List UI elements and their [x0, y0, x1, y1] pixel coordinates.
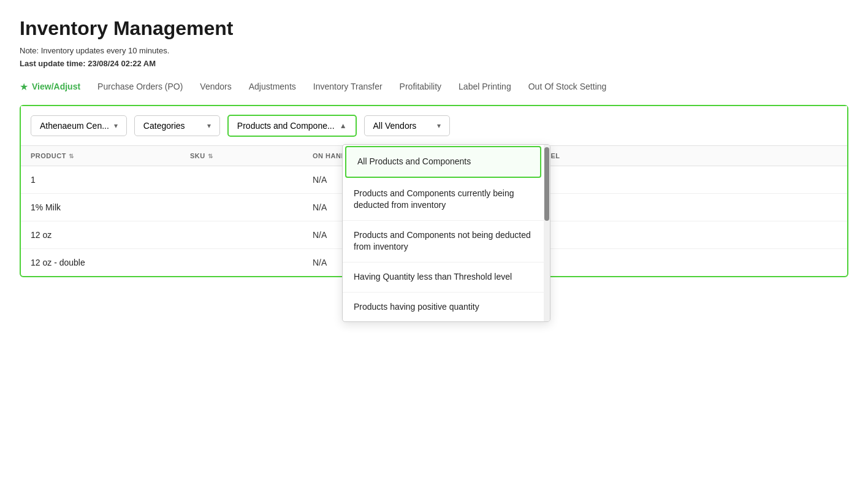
products-dropdown-menu: All Products and Components Products and…: [342, 144, 550, 322]
categories-label: Categories: [143, 121, 185, 131]
col-sku: SKU ⇅: [190, 152, 313, 159]
location-label: Athenaeum Cen...: [40, 121, 109, 131]
scrollbar-thumb: [544, 147, 549, 221]
nav-item-out-of-stock[interactable]: Out Of Stock Setting: [528, 79, 607, 94]
vendors-caret: ▾: [437, 121, 441, 130]
dropdown-option-threshold[interactable]: Having Quantity less than Threshold leve…: [343, 263, 544, 293]
star-icon: ★: [20, 81, 28, 93]
nav-item-view-adjust[interactable]: View/Adjust: [32, 79, 80, 94]
products-dropdown[interactable]: Products and Compone... ▲: [227, 115, 357, 137]
last-update-text: Last update time: 23/08/24 02:22 AM: [20, 59, 848, 68]
cell-product: 1% Milk: [31, 202, 190, 212]
categories-dropdown[interactable]: Categories ▾: [134, 115, 220, 136]
location-caret: ▾: [114, 121, 118, 130]
dropdown-option-not-deducted[interactable]: Products and Components not being deduct…: [343, 221, 544, 263]
dropdown-option-positive[interactable]: Products having positive quantity: [343, 293, 544, 322]
main-content: Athenaeum Cen... ▾ Categories ▾ Products…: [20, 105, 848, 277]
vendors-label: All Vendors: [373, 121, 417, 131]
note-text: Note: Inventory updates every 10 minutes…: [20, 46, 848, 55]
nav-item-inventory-transfer[interactable]: Inventory Transfer: [313, 79, 383, 94]
cell-product: 12 oz - double: [31, 258, 190, 267]
nav-item-label-printing[interactable]: Label Printing: [459, 79, 511, 94]
categories-caret: ▾: [207, 121, 211, 130]
nav-item-adjustments[interactable]: Adjustments: [249, 79, 296, 94]
location-dropdown[interactable]: Athenaeum Cen... ▾: [31, 115, 127, 136]
vendors-dropdown[interactable]: All Vendors ▾: [364, 115, 450, 136]
cell-product: 1: [31, 175, 190, 185]
page-title: Inventory Management: [20, 17, 848, 40]
dropdown-option-all[interactable]: All Products and Components: [345, 146, 541, 178]
dropdown-options-list: All Products and Components Products and…: [343, 145, 544, 321]
dropdown-scrollbar[interactable]: [544, 145, 550, 321]
sort-sku-icon: ⇅: [208, 153, 213, 159]
products-label: Products and Compone...: [237, 121, 335, 131]
col-product: PRODUCT ⇅: [31, 152, 190, 159]
products-caret: ▲: [340, 121, 347, 130]
nav-star-wrap: ★ View/Adjust: [20, 79, 80, 94]
inventory-management-page: Inventory Management Note: Inventory upd…: [0, 0, 868, 487]
nav-item-vendors[interactable]: Vendors: [200, 79, 231, 94]
nav-item-profitability[interactable]: Profitability: [400, 79, 441, 94]
col-del: DEL: [546, 152, 668, 159]
nav-item-purchase-orders[interactable]: Purchase Orders (PO): [97, 79, 183, 94]
sort-product-icon: ⇅: [69, 153, 74, 159]
nav-bar: ★ View/Adjust Purchase Orders (PO) Vendo…: [20, 79, 848, 94]
filters-row: Athenaeum Cen... ▾ Categories ▾ Products…: [21, 106, 847, 145]
cell-product: 12 oz: [31, 230, 190, 240]
dropdown-option-deducted[interactable]: Products and Components currently being …: [343, 179, 544, 221]
